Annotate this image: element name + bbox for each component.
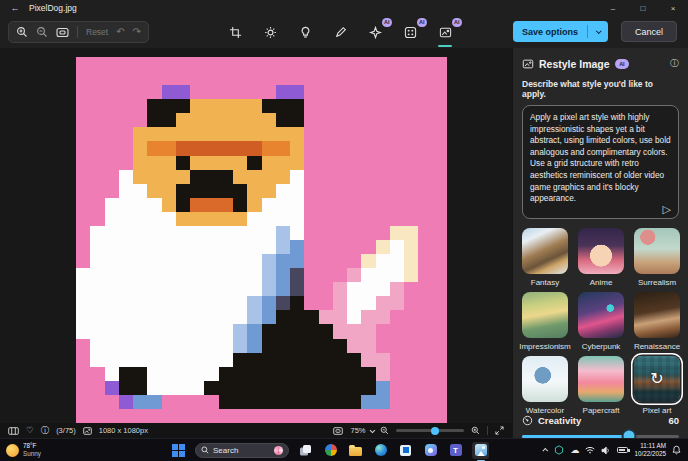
style-thumbnail[interactable]	[578, 356, 624, 402]
teams-icon: T	[450, 444, 462, 456]
ai-badge: AI	[382, 18, 393, 27]
security-tray-icon[interactable]	[554, 445, 564, 455]
zoom-out-icon[interactable]	[36, 26, 48, 38]
tray-time: 11:11 AM	[634, 442, 666, 450]
zoom-in-icon[interactable]	[471, 426, 480, 435]
search-icon	[201, 446, 209, 454]
ai-badge: AI	[417, 18, 428, 27]
store-button[interactable]	[397, 442, 414, 459]
fit-view-icon[interactable]	[333, 427, 343, 435]
image-dimensions: 1080 x 1080px	[99, 426, 148, 435]
search-placeholder: Search	[213, 446, 238, 455]
copilot-icon	[425, 444, 437, 456]
zoom-slider[interactable]	[396, 429, 464, 432]
chevron-down-icon	[596, 28, 602, 34]
style-prompt-input[interactable]: Apply a pixel art style with highly impr…	[522, 105, 679, 219]
style-thumbnail[interactable]	[634, 228, 680, 274]
zoom-out-icon[interactable]	[380, 426, 389, 435]
restyle-panel-header: Restyle Image AI ⓘ	[522, 57, 679, 70]
wifi-icon[interactable]	[585, 446, 595, 454]
reset-button[interactable]: Reset	[86, 27, 108, 37]
copilot-button[interactable]	[422, 442, 439, 459]
style-thumbnail[interactable]	[522, 356, 568, 402]
onedrive-cloud-icon[interactable]: ☁	[570, 446, 579, 455]
teams-button[interactable]: T	[447, 442, 464, 459]
widgets-button[interactable]	[322, 442, 339, 459]
crop-tool-button[interactable]	[222, 19, 248, 45]
restyle-image-tool-button[interactable]: AI	[432, 19, 458, 45]
save-options-dropdown[interactable]	[588, 30, 608, 34]
notification-bell-icon[interactable]	[672, 445, 681, 455]
battery-icon[interactable]	[617, 447, 628, 453]
cancel-button[interactable]: Cancel	[621, 21, 677, 42]
info-icon[interactable]: ⓘ	[41, 426, 50, 435]
markup-tool-button[interactable]	[327, 19, 353, 45]
erase-ai-tool-button[interactable]: AI	[362, 19, 388, 45]
minimize-button[interactable]: –	[598, 0, 628, 16]
style-thumbnail[interactable]	[578, 292, 624, 338]
footer-divider	[487, 426, 488, 435]
style-label: Fantasy	[531, 278, 559, 287]
clock[interactable]: 11:11 AM 10/22/2025	[634, 442, 666, 458]
style-preset-renaissance[interactable]: Renaissance	[634, 292, 680, 351]
dimensions-icon	[83, 427, 92, 435]
favorite-icon[interactable]: ♡	[26, 426, 34, 435]
back-icon[interactable]: ←	[9, 2, 21, 14]
tray-chevron-up-icon[interactable]	[543, 448, 549, 454]
style-label: Impressionism	[519, 342, 571, 351]
windows-logo-icon	[172, 444, 185, 457]
save-options-button[interactable]: Save options	[513, 21, 608, 42]
search-highlight-icon	[274, 446, 283, 455]
style-label: Watercolor	[526, 406, 564, 415]
style-thumbnail[interactable]	[634, 292, 680, 338]
titlebar: ← PixelDog.jpg – □ ×	[0, 0, 688, 16]
style-thumbnail[interactable]	[578, 228, 624, 274]
photos-app-button[interactable]	[472, 442, 489, 459]
style-preset-fantasy[interactable]: Fantasy	[522, 228, 568, 287]
edited-image	[76, 57, 447, 423]
background-ai-tool-button[interactable]: AI	[397, 19, 423, 45]
style-preset-papercraft[interactable]: Papercraft	[578, 356, 624, 415]
creativity-row: Creativity 60	[522, 415, 679, 426]
style-label: Renaissance	[634, 342, 680, 351]
edge-button[interactable]	[372, 442, 389, 459]
creativity-value: 60	[668, 415, 679, 426]
style-preset-anime[interactable]: Anime	[578, 228, 624, 287]
send-prompt-icon[interactable]: ▷	[663, 204, 671, 215]
style-thumbnail[interactable]: ↻	[634, 356, 680, 402]
start-button[interactable]	[170, 442, 187, 459]
maximize-button[interactable]: □	[628, 0, 658, 16]
file-explorer-button[interactable]	[347, 442, 364, 459]
zoom-level-dropdown[interactable]: 75%	[350, 426, 373, 435]
zoom-slider-thumb[interactable]	[431, 427, 439, 435]
toolbar: Reset ↶ ↷ AI	[0, 16, 688, 48]
style-preset-watercolor[interactable]: Watercolor	[522, 356, 568, 415]
style-thumbnail[interactable]	[522, 228, 568, 274]
fit-to-window-icon[interactable]	[56, 27, 69, 38]
filter-tool-button[interactable]	[292, 19, 318, 45]
redo-icon[interactable]: ↷	[133, 27, 141, 37]
taskbar-search[interactable]: Search	[195, 443, 289, 458]
system-tray: ☁ 11:11 AM 10/22/2025	[544, 442, 688, 458]
info-icon[interactable]: ⓘ	[670, 57, 679, 70]
top-actions: Save options Cancel	[513, 21, 677, 42]
restyle-image-icon	[522, 58, 534, 70]
restyle-panel: Restyle Image AI ⓘ Describe what style y…	[512, 48, 688, 438]
undo-icon[interactable]: ↶	[116, 27, 124, 37]
adjust-tool-button[interactable]	[257, 19, 283, 45]
style-preset-pixel-art[interactable]: ↻ Pixel art	[634, 356, 680, 415]
panel-title: Restyle Image	[539, 58, 610, 70]
filmstrip-icon[interactable]	[8, 427, 19, 435]
style-preset-surrealism[interactable]: Surrealism	[634, 228, 680, 287]
close-button[interactable]: ×	[658, 0, 688, 16]
style-thumbnail[interactable]	[522, 292, 568, 338]
style-label: Pixel art	[643, 406, 672, 415]
weather-widget[interactable]: 78°F Sunny	[0, 442, 170, 457]
fullscreen-icon[interactable]	[495, 426, 504, 435]
style-preset-cyberpunk[interactable]: Cyberpunk	[578, 292, 624, 351]
zoom-in-icon[interactable]	[16, 26, 28, 38]
task-view-button[interactable]	[297, 442, 314, 459]
widgets-icon	[325, 444, 337, 456]
volume-icon[interactable]	[601, 446, 611, 455]
style-preset-impressionism[interactable]: Impressionism	[522, 292, 568, 351]
